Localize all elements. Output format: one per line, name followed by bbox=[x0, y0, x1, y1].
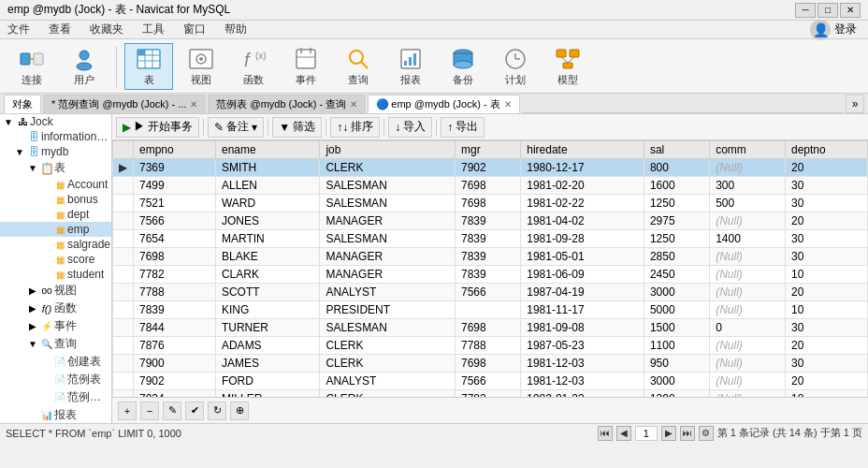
sidebar-item-queries[interactable]: ▼ 🔍 查询 bbox=[0, 335, 111, 353]
tab-emp[interactable]: 🔵 emp @mydb (Jock) - 表 ✕ bbox=[368, 95, 519, 113]
tool-backup[interactable]: 备份 bbox=[439, 43, 487, 90]
nav-first-button[interactable]: ⏮ bbox=[598, 426, 613, 441]
sidebar-item-mydb[interactable]: ▼ 🗄 mydb bbox=[0, 144, 111, 159]
sidebar-item-sample-query[interactable]: 📄 范例查询 bbox=[0, 388, 111, 406]
toggle-jock[interactable]: ▼ bbox=[2, 115, 15, 128]
toggle-queries[interactable]: ▼ bbox=[26, 338, 39, 351]
col-deptno[interactable]: deptno bbox=[785, 141, 867, 159]
table-row[interactable]: 7934MILLERCLERK77821982-01-231300(Null)1… bbox=[113, 390, 868, 398]
nav-last-button[interactable]: ⏭ bbox=[680, 426, 695, 441]
toggle-tables[interactable]: ▼ bbox=[26, 162, 39, 175]
export-button[interactable]: ↑ 导出 bbox=[441, 117, 485, 138]
more-options-button[interactable]: ⊕ bbox=[230, 402, 249, 420]
tool-query[interactable]: 查询 bbox=[334, 43, 383, 90]
table-row[interactable]: 7698BLAKEMANAGER78391981-05-012850(Null)… bbox=[113, 248, 868, 266]
cell-mgr: 7839 bbox=[456, 230, 521, 248]
toggle-views[interactable]: ▶ bbox=[26, 285, 39, 298]
col-comm[interactable]: comm bbox=[710, 141, 786, 159]
tab-sample-query[interactable]: * 范例查询 @mydb (Jock) - ... ✕ bbox=[43, 95, 206, 113]
maximize-button[interactable]: □ bbox=[817, 3, 838, 18]
sidebar-item-student[interactable]: ▦ student bbox=[0, 267, 111, 282]
table-row[interactable]: 7521WARDSALESMAN76981981-02-22125050030 bbox=[113, 195, 868, 212]
event-svg bbox=[293, 46, 319, 72]
tab-close-1[interactable]: ✕ bbox=[190, 99, 197, 110]
toggle-funcs[interactable]: ▶ bbox=[26, 302, 39, 315]
login-area[interactable]: 👤 登录 bbox=[803, 18, 864, 42]
col-job[interactable]: job bbox=[320, 141, 456, 159]
sidebar-item-account[interactable]: ▦ Account bbox=[0, 177, 111, 192]
close-button[interactable]: ✕ bbox=[840, 3, 861, 18]
import-button[interactable]: ↓ 导入 bbox=[388, 117, 432, 138]
menu-file[interactable]: 文件 bbox=[4, 20, 34, 39]
menu-window[interactable]: 窗口 bbox=[180, 20, 210, 39]
edit-record-button[interactable]: ✎ bbox=[163, 402, 181, 420]
table-row[interactable]: 7844TURNERSALESMAN76981981-09-081500030 bbox=[113, 319, 868, 337]
toggle-mydb[interactable]: ▼ bbox=[13, 145, 26, 158]
table-row[interactable]: 7876ADAMSCLERK77881987-05-231100(Null)20 bbox=[113, 337, 868, 355]
sidebar-item-reports[interactable]: 📊 报表 bbox=[0, 406, 111, 423]
table-row[interactable]: 7499ALLENSALESMAN76981981-02-20160030030 bbox=[113, 177, 868, 195]
table-row[interactable]: 7902FORDANALYST75661981-12-033000(Null)2… bbox=[113, 373, 868, 390]
menu-help[interactable]: 帮助 bbox=[221, 20, 251, 39]
table-row[interactable]: 7782CLARKMANAGER78391981-06-092450(Null)… bbox=[113, 266, 868, 284]
cell-sal: 1100 bbox=[644, 337, 709, 355]
menu-favorites[interactable]: 收藏夹 bbox=[86, 20, 127, 39]
sidebar-item-create-table[interactable]: 📄 创建表 bbox=[0, 353, 111, 371]
delete-record-button[interactable]: − bbox=[140, 402, 159, 420]
table-row[interactable]: 7566JONESMANAGER78391981-04-022975(Null)… bbox=[113, 212, 868, 230]
settings-button[interactable]: ⚙ bbox=[699, 426, 714, 441]
save-record-button[interactable]: ✔ bbox=[185, 402, 204, 420]
note-button[interactable]: ✎ 备注 ▾ bbox=[208, 117, 264, 138]
sidebar-item-funcs[interactable]: ▶ f() 函数 bbox=[0, 300, 111, 317]
table-row[interactable]: 7839KINGPRESIDENT1981-11-175000(Null)10 bbox=[113, 301, 868, 319]
col-sal[interactable]: sal bbox=[644, 141, 709, 159]
start-transaction-button[interactable]: ▶ ▶ 开始事务 bbox=[116, 117, 199, 138]
refresh-button[interactable]: ↻ bbox=[208, 402, 226, 420]
col-mgr[interactable]: mgr bbox=[456, 141, 521, 159]
sidebar-item-score[interactable]: ▦ score bbox=[0, 252, 111, 267]
tab-close-emp[interactable]: ✕ bbox=[504, 99, 512, 110]
table-row[interactable]: 7788SCOTTANALYST75661987-04-193000(Null)… bbox=[113, 284, 868, 301]
add-record-button[interactable]: + bbox=[118, 402, 137, 420]
table-row[interactable]: 7654MARTINSALESMAN78391981-09-2812501400… bbox=[113, 230, 868, 248]
sidebar-item-events[interactable]: ▶ ⚡ 事件 bbox=[0, 317, 111, 335]
row-indicator bbox=[113, 195, 134, 212]
tab-objects[interactable]: 对象 bbox=[4, 95, 41, 113]
tool-view[interactable]: 视图 bbox=[177, 43, 225, 90]
sidebar-item-dept[interactable]: ▦ dept bbox=[0, 207, 111, 222]
table-row[interactable]: ▶7369SMITHCLERK79021980-12-17800(Null)20 bbox=[113, 159, 868, 177]
tool-user[interactable]: 用户 bbox=[60, 43, 108, 90]
sidebar-item-bonus[interactable]: ▦ bonus bbox=[0, 192, 111, 207]
tab-close-2[interactable]: ✕ bbox=[350, 99, 357, 110]
sidebar-item-jock[interactable]: ▼ 🖧 Jock bbox=[0, 114, 111, 129]
sidebar-item-tables[interactable]: ▼ 📋 表 bbox=[0, 159, 111, 177]
tool-plan[interactable]: 计划 bbox=[491, 43, 540, 90]
toggle-events[interactable]: ▶ bbox=[26, 320, 39, 333]
tool-connect[interactable]: 连接 bbox=[7, 43, 56, 90]
sidebar-item-views[interactable]: ▶ oo 视图 bbox=[0, 282, 111, 300]
sort-button[interactable]: ↑↓ 排序 bbox=[330, 117, 380, 138]
tool-func[interactable]: f (x) 函数 bbox=[229, 43, 278, 90]
tool-report[interactable]: 报表 bbox=[386, 43, 435, 90]
minimize-button[interactable]: ─ bbox=[795, 3, 816, 18]
menu-tools[interactable]: 工具 bbox=[138, 20, 168, 39]
nav-next-button[interactable]: ▶ bbox=[661, 426, 676, 441]
tool-model[interactable]: 模型 bbox=[543, 43, 592, 90]
tool-event[interactable]: 事件 bbox=[282, 43, 330, 90]
col-hiredate[interactable]: hiredate bbox=[521, 141, 644, 159]
tool-table[interactable]: 表 bbox=[124, 43, 173, 90]
tab-more-button[interactable]: » bbox=[846, 95, 864, 113]
sidebar-item-emp[interactable]: ▦ emp bbox=[0, 222, 111, 237]
sidebar-item-salgrade[interactable]: ▦ salgrade bbox=[0, 237, 111, 252]
sidebar-item-info-schema[interactable]: 🗄 information_sche... bbox=[0, 129, 111, 144]
nav-prev-button[interactable]: ◀ bbox=[616, 426, 631, 441]
col-empno[interactable]: empno bbox=[134, 141, 216, 159]
table-row[interactable]: 7900JAMESCLERK76981981-12-03950(Null)30 bbox=[113, 355, 868, 373]
col-ename[interactable]: ename bbox=[215, 141, 319, 159]
sidebar-item-sample-table[interactable]: 📄 范例表 bbox=[0, 371, 111, 388]
page-number-input[interactable] bbox=[635, 426, 658, 441]
menu-view[interactable]: 查看 bbox=[45, 20, 75, 39]
filter-button[interactable]: ▼ 筛选 bbox=[272, 117, 322, 138]
tab-sample-table[interactable]: 范例表 @mydb (Jock) - 查询 ✕ bbox=[208, 95, 366, 113]
cell-deptno: 10 bbox=[785, 301, 867, 319]
